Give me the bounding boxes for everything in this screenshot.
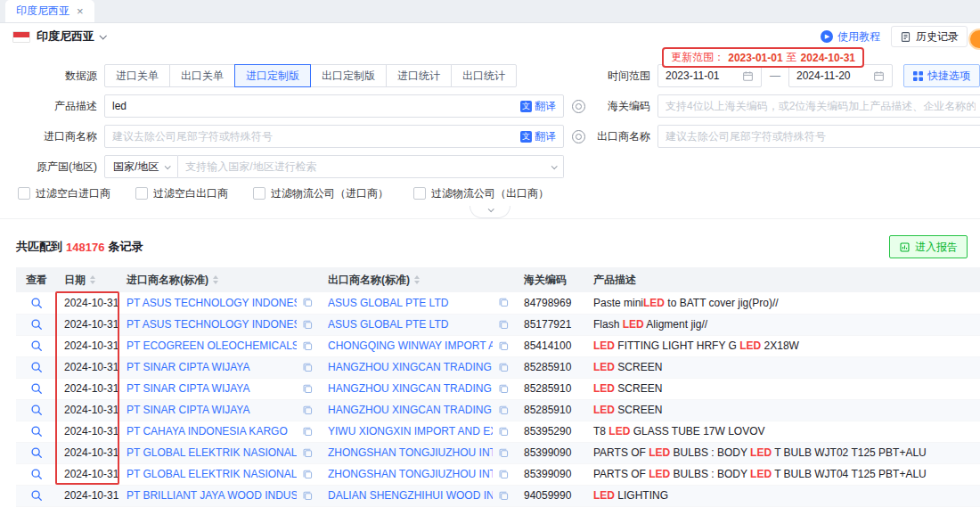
- exporter-link[interactable]: ASUS GLOBAL PTE LTD: [328, 297, 493, 309]
- copy-icon[interactable]: [498, 490, 510, 502]
- importer-cell: PT BRILLIANT JAYA WOOD INDUSTRY: [119, 485, 321, 506]
- exporter-link[interactable]: ASUS GLOBAL PTE LTD: [328, 318, 493, 331]
- date-cell: 2024-10-31: [57, 463, 119, 485]
- checkbox-icon[interactable]: [253, 187, 265, 200]
- copy-icon[interactable]: [302, 319, 314, 331]
- tutorial-link[interactable]: ▶ 使用教程: [821, 29, 880, 45]
- copy-icon[interactable]: [302, 340, 314, 352]
- enter-report-button[interactable]: 进入报告: [889, 235, 968, 258]
- copy-icon[interactable]: [302, 490, 314, 502]
- importer-link[interactable]: PT ASUS TECHNOLOGY INDONESIA BA...: [127, 318, 297, 331]
- chevron-down-icon[interactable]: [551, 163, 558, 169]
- view-detail-button[interactable]: [30, 404, 43, 416]
- time-range-label: 时间范围: [588, 69, 657, 84]
- view-detail-button[interactable]: [30, 468, 43, 480]
- importer-link[interactable]: PT ASUS TECHNOLOGY INDONESIA BA...: [127, 297, 297, 309]
- importer-link[interactable]: PT CAHAYA INDONESIA KARGO: [127, 425, 297, 437]
- exact-match-icon[interactable]: [572, 100, 585, 113]
- copy-icon[interactable]: [302, 297, 314, 308]
- copy-icon[interactable]: [302, 447, 314, 459]
- history-button[interactable]: 历史记录: [891, 26, 968, 47]
- importer-link[interactable]: PT BRILLIANT JAYA WOOD INDUSTRY: [127, 489, 297, 502]
- importer-link[interactable]: PT SINAR CIPTA WIJAYA: [127, 404, 297, 416]
- checkbox-icon[interactable]: [18, 187, 30, 200]
- copy-icon[interactable]: [498, 297, 510, 308]
- view-detail-button[interactable]: [30, 361, 43, 373]
- data-source-tab[interactable]: 进口定制版: [234, 64, 311, 87]
- copy-icon[interactable]: [498, 405, 510, 416]
- copy-icon[interactable]: [302, 426, 314, 437]
- importer-link[interactable]: PT GLOBAL ELEKTRIK NASIONAL: [127, 468, 297, 480]
- tab-close-icon[interactable]: ×: [77, 5, 84, 17]
- checkbox-label: 过滤物流公司（进口商）: [271, 186, 388, 201]
- copy-icon[interactable]: [498, 447, 510, 459]
- exact-match-icon[interactable]: [572, 130, 585, 143]
- exporter-link[interactable]: DALIAN SHENGZHIHUI WOOD INDUST...: [328, 489, 493, 502]
- data-source-tab[interactable]: 进口统计: [386, 64, 452, 87]
- collapse-filters-toggle[interactable]: [470, 206, 510, 218]
- origin-type-select[interactable]: 国家/地区: [104, 155, 178, 178]
- cell-content: PT SINAR CIPTA WIJAYA: [127, 404, 314, 416]
- sort-icon[interactable]: [90, 275, 95, 284]
- view-detail-button[interactable]: [30, 446, 43, 459]
- data-source-tab[interactable]: 出口关单: [169, 64, 235, 87]
- copy-icon[interactable]: [498, 319, 510, 331]
- filter-checkbox[interactable]: 过滤空白出口商: [135, 186, 228, 201]
- exporter-link[interactable]: HANGZHOU XINGCAN TRADING CO LTD: [328, 382, 493, 395]
- quick-options-button[interactable]: 快捷选项: [903, 64, 980, 87]
- column-header[interactable]: 出口商名称(标准): [321, 267, 517, 292]
- hs-code-input[interactable]: [666, 100, 976, 112]
- exporter-cell: HANGZHOU XINGCAN TRADING CO LTD: [321, 356, 517, 378]
- data-source-tab[interactable]: 出口定制版: [310, 64, 387, 87]
- exporter-link[interactable]: ZHONGSHAN TONGJIUZHOU INTERNA...: [328, 468, 493, 480]
- copy-icon[interactable]: [498, 383, 510, 395]
- column-header[interactable]: 日期: [57, 267, 119, 292]
- exporter-link[interactable]: ZHONGSHAN TONGJIUZHOU INTERNA...: [328, 446, 493, 459]
- copy-icon[interactable]: [498, 426, 510, 437]
- filter-checkbox[interactable]: 过滤空白进口商: [18, 186, 110, 201]
- exporter-input[interactable]: [666, 130, 976, 143]
- copy-icon[interactable]: [302, 469, 314, 480]
- results-header: 共匹配到 148176 条记录 进入报告: [0, 235, 980, 267]
- origin-search-input[interactable]: [185, 160, 551, 173]
- copy-icon[interactable]: [498, 469, 510, 480]
- importer-link[interactable]: PT ECOGREEN OLEOCHEMICALS: [127, 339, 297, 352]
- view-detail-button[interactable]: [30, 382, 43, 395]
- exporter-link[interactable]: YIWU XIONGXIN IMPORT AND EXPORT...: [328, 425, 493, 437]
- sort-icon[interactable]: [414, 275, 420, 284]
- view-detail-button[interactable]: [30, 297, 43, 309]
- filter-checkbox[interactable]: 过滤物流公司（出口商）: [413, 186, 549, 201]
- copy-icon[interactable]: [302, 405, 314, 416]
- view-detail-button[interactable]: [30, 489, 43, 502]
- copy-icon[interactable]: [498, 362, 510, 373]
- exporter-link[interactable]: HANGZHOU XINGCAN TRADING CO LTD: [328, 404, 493, 416]
- importer-link[interactable]: PT SINAR CIPTA WIJAYA: [127, 361, 297, 373]
- importer-input[interactable]: [112, 130, 515, 143]
- cell-content: PT ASUS TECHNOLOGY INDONESIA BA...: [127, 318, 314, 331]
- importer-link[interactable]: PT GLOBAL ELEKTRIK NASIONAL: [127, 446, 297, 459]
- exporter-link[interactable]: HANGZHOU XINGCAN TRADING CO LTD: [328, 361, 493, 373]
- sort-icon[interactable]: [213, 275, 218, 284]
- calendar-icon: [742, 70, 754, 82]
- data-source-tab[interactable]: 出口统计: [451, 64, 517, 87]
- date-cell: 2024-10-31: [57, 485, 119, 506]
- copy-icon[interactable]: [302, 383, 314, 395]
- view-detail-button[interactable]: [30, 425, 43, 437]
- exporter-link[interactable]: CHONGQING WINWAY IMPORT AND E...: [328, 339, 493, 352]
- view-detail-button[interactable]: [30, 339, 43, 352]
- product-desc-input[interactable]: [112, 100, 515, 112]
- checkbox-icon[interactable]: [135, 187, 148, 200]
- data-source-label: 数据源: [0, 69, 104, 84]
- view-detail-button[interactable]: [30, 318, 43, 331]
- checkbox-icon[interactable]: [413, 187, 426, 200]
- data-source-tab[interactable]: 进口关单: [104, 64, 170, 87]
- filter-checkbox[interactable]: 过滤物流公司（进口商）: [253, 186, 388, 201]
- copy-icon[interactable]: [498, 340, 510, 352]
- translate-button[interactable]: 文 翻译: [520, 129, 556, 144]
- importer-link[interactable]: PT SINAR CIPTA WIJAYA: [127, 382, 297, 395]
- copy-icon[interactable]: [302, 362, 314, 373]
- translate-button[interactable]: 文 翻译: [520, 99, 556, 114]
- chevron-down-icon[interactable]: [99, 32, 106, 39]
- page-tab[interactable]: 印度尼西亚 ×: [5, 0, 94, 22]
- column-header[interactable]: 进口商名称(标准): [119, 267, 321, 292]
